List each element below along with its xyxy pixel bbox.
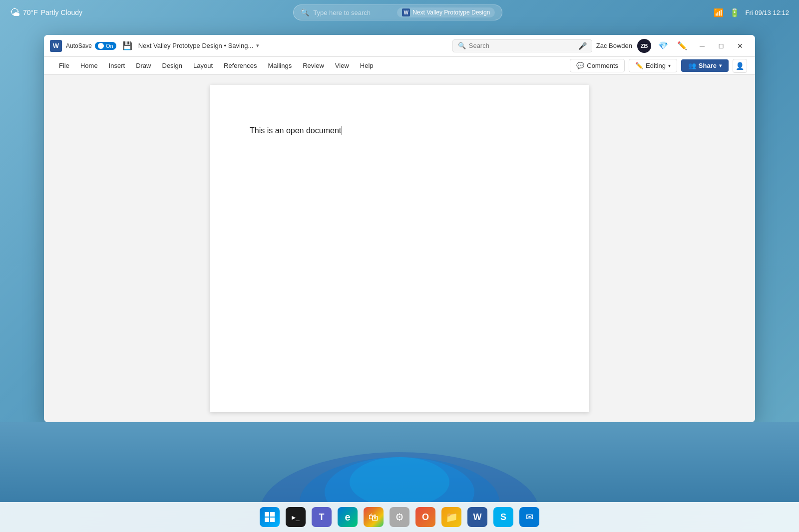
weather-icon: 🌤 — [10, 7, 20, 18]
menu-help[interactable]: Help — [355, 60, 379, 71]
comments-button[interactable]: 💬 Comments — [570, 59, 625, 72]
temperature: 70°F — [23, 8, 38, 16]
title-bar-right: Zac Bowden ZB 💎 ✏️ — [596, 39, 689, 53]
svg-rect-5 — [270, 512, 275, 517]
title-bar-search[interactable]: 🔍 🎤 — [452, 39, 592, 52]
wifi-icon: 📶 — [714, 8, 724, 17]
share-dropdown-icon: ▾ — [719, 63, 722, 68]
avatar-initials: ZB — [641, 43, 648, 49]
office-icon: O — [415, 507, 435, 527]
window-controls: ─ □ ✕ — [693, 38, 749, 53]
menu-home[interactable]: Home — [75, 60, 103, 71]
menu-references[interactable]: References — [219, 60, 262, 71]
start-icon — [260, 507, 280, 527]
word-badge: W Next Valley Prototype Design — [397, 7, 495, 17]
mail-icon: ✉ — [519, 507, 539, 527]
dock-item-terminal[interactable]: ▶_ — [284, 505, 308, 529]
autosave-section: AutoSave On — [66, 42, 116, 50]
close-button[interactable]: ✕ — [731, 38, 749, 53]
title-bar: W AutoSave On 💾 Next Valley Prototype De… — [44, 35, 755, 57]
word-window: W AutoSave On 💾 Next Valley Prototype De… — [44, 35, 755, 422]
editing-dropdown-icon: ▾ — [668, 63, 671, 68]
dock-item-start[interactable] — [258, 505, 282, 529]
collab-button[interactable]: 👤 — [733, 59, 747, 73]
menu-mailings[interactable]: Mailings — [263, 60, 297, 71]
minimize-button[interactable]: ─ — [693, 38, 711, 53]
dock-item-teams[interactable]: T — [310, 505, 334, 529]
maximize-button[interactable]: □ — [712, 38, 730, 53]
dock-item-mail[interactable]: ✉ — [517, 505, 541, 529]
user-avatar[interactable]: ZB — [637, 39, 651, 53]
dock-item-office[interactable]: O — [413, 505, 437, 529]
settings-icon: ⚙ — [390, 507, 409, 527]
microphone-icon[interactable]: 🎤 — [578, 42, 587, 50]
menu-bar: File Home Insert Draw Design Layout Refe… — [44, 57, 755, 74]
doc-title: Next Valley Prototype Design • Saving...… — [138, 42, 448, 49]
word-dock-icon: W — [467, 507, 487, 527]
dock-item-word[interactable]: W — [465, 505, 489, 529]
taskbar-bottom: ▶_ T e 🛍 ⚙ O 📁 W S ✉ — [0, 502, 799, 532]
autosave-label: AutoSave — [66, 42, 92, 49]
weather-widget: 🌤 70°F Partly Cloudy — [10, 7, 82, 18]
skype-icon: S — [493, 507, 513, 527]
word-logo: W — [50, 40, 62, 52]
menu-insert[interactable]: Insert — [104, 60, 130, 71]
svg-rect-6 — [265, 518, 269, 522]
autosave-state: On — [106, 43, 113, 49]
battery-icon: 🔋 — [730, 8, 740, 17]
document-text[interactable]: This is an open document — [250, 125, 549, 137]
taskbar-search-input[interactable] — [313, 9, 393, 16]
svg-rect-4 — [265, 512, 269, 517]
menu-draw[interactable]: Draw — [131, 60, 156, 71]
dock-item-store[interactable]: 🛍 — [362, 505, 386, 529]
user-name: Zac Bowden — [596, 42, 632, 49]
autosave-toggle[interactable]: On — [95, 42, 116, 50]
document-page[interactable]: This is an open document — [210, 85, 589, 412]
ribbon: File Home Insert Draw Design Layout Refe… — [44, 57, 755, 75]
comments-icon: 💬 — [576, 62, 584, 69]
dock-item-skype[interactable]: S — [491, 505, 515, 529]
comments-label: Comments — [587, 62, 618, 69]
edge-icon: e — [338, 507, 358, 527]
save-icon-btn[interactable]: 💾 — [120, 39, 134, 52]
teams-icon: T — [312, 507, 332, 527]
document-content: This is an open document — [250, 126, 341, 135]
menu-review[interactable]: Review — [298, 60, 329, 71]
dock-item-settings[interactable]: ⚙ — [388, 505, 411, 529]
document-title-text: Next Valley Prototype Design • Saving... — [138, 42, 253, 49]
svg-rect-7 — [270, 518, 275, 522]
share-label: Share — [699, 62, 717, 69]
dock-item-edge[interactable]: e — [336, 505, 360, 529]
ribbon-search-input[interactable] — [469, 42, 575, 49]
dropdown-arrow[interactable]: ▾ — [256, 42, 259, 49]
editing-label: Editing — [646, 62, 666, 69]
edit-icon: ✏️ — [635, 62, 643, 69]
diamond-icon-btn[interactable]: 💎 — [656, 39, 670, 52]
taskbar-top: 🌤 70°F Partly Cloudy 🔍 W Next Valley Pro… — [0, 0, 799, 25]
menu-file[interactable]: File — [54, 60, 74, 71]
wallpaper-bloom-svg — [250, 422, 549, 502]
taskbar-search[interactable]: 🔍 W Next Valley Prototype Design — [293, 4, 502, 20]
pen-icon-btn[interactable]: ✏️ — [675, 39, 689, 52]
system-tray: 📶 🔋 Fri 09/13 12:12 — [714, 8, 789, 17]
terminal-icon: ▶_ — [286, 507, 306, 527]
desktop-wallpaper — [0, 422, 799, 502]
badge-doc-title: Next Valley Prototype Design — [412, 9, 490, 16]
share-button[interactable]: 👥 Share ▾ — [681, 59, 729, 72]
canvas-area[interactable]: This is an open document — [44, 75, 755, 422]
store-icon: 🛍 — [364, 507, 384, 527]
share-icon: 👥 — [688, 62, 696, 69]
editing-button[interactable]: ✏️ Editing ▾ — [629, 59, 677, 72]
files-icon: 📁 — [441, 507, 461, 527]
toggle-circle — [98, 43, 104, 49]
search-icon: 🔍 — [301, 8, 309, 16]
menu-design[interactable]: Design — [157, 60, 187, 71]
datetime: Fri 09/13 12:12 — [746, 9, 789, 16]
menu-view[interactable]: View — [330, 60, 354, 71]
word-icon: W — [402, 8, 410, 16]
dock-item-files[interactable]: 📁 — [439, 505, 463, 529]
menu-layout[interactable]: Layout — [188, 60, 218, 71]
text-cursor — [342, 126, 342, 135]
search-icon-ribbon: 🔍 — [458, 42, 466, 49]
menu-items: File Home Insert Draw Design Layout Refe… — [50, 58, 383, 73]
